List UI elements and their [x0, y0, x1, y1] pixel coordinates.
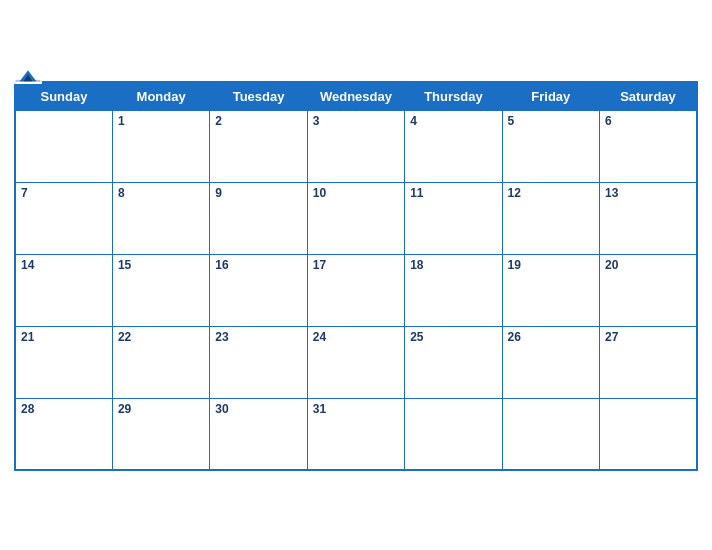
- calendar-day-cell: 6: [600, 110, 697, 182]
- day-number: 20: [605, 258, 618, 272]
- day-number: 14: [21, 258, 34, 272]
- calendar-day-cell: 30: [210, 398, 307, 470]
- day-number: 1: [118, 114, 125, 128]
- calendar-day-cell: 17: [307, 254, 404, 326]
- logo-icon: [14, 66, 42, 84]
- weekday-header: Friday: [502, 82, 599, 111]
- calendar-day-cell: 11: [405, 182, 502, 254]
- day-number: 5: [508, 114, 515, 128]
- day-number: 23: [215, 330, 228, 344]
- calendar-day-cell: 21: [15, 326, 112, 398]
- day-number: 6: [605, 114, 612, 128]
- calendar-day-cell: 20: [600, 254, 697, 326]
- day-number: 15: [118, 258, 131, 272]
- day-number: 7: [21, 186, 28, 200]
- day-number: 8: [118, 186, 125, 200]
- calendar-day-cell: [502, 398, 599, 470]
- day-number: 18: [410, 258, 423, 272]
- calendar-day-cell: 25: [405, 326, 502, 398]
- day-number: 30: [215, 402, 228, 416]
- day-number: 22: [118, 330, 131, 344]
- calendar-day-cell: 3: [307, 110, 404, 182]
- weekday-header: Thursday: [405, 82, 502, 111]
- calendar-day-cell: 19: [502, 254, 599, 326]
- calendar-day-cell: 24: [307, 326, 404, 398]
- calendar-day-cell: 8: [112, 182, 209, 254]
- calendar-body: 1234567891011121314151617181920212223242…: [15, 110, 697, 470]
- calendar-day-cell: 7: [15, 182, 112, 254]
- day-number: 27: [605, 330, 618, 344]
- day-number: 12: [508, 186, 521, 200]
- day-number: 21: [21, 330, 34, 344]
- calendar-day-cell: 18: [405, 254, 502, 326]
- calendar-week-row: 21222324252627: [15, 326, 697, 398]
- day-number: 4: [410, 114, 417, 128]
- day-number: 3: [313, 114, 320, 128]
- calendar-day-cell: 28: [15, 398, 112, 470]
- weekday-header: Tuesday: [210, 82, 307, 111]
- calendar-day-cell: 9: [210, 182, 307, 254]
- day-number: 28: [21, 402, 34, 416]
- calendar-day-cell: 4: [405, 110, 502, 182]
- calendar-week-row: 28293031: [15, 398, 697, 470]
- day-number: 29: [118, 402, 131, 416]
- day-number: 10: [313, 186, 326, 200]
- calendar-week-row: 14151617181920: [15, 254, 697, 326]
- day-number: 16: [215, 258, 228, 272]
- calendar-day-cell: 13: [600, 182, 697, 254]
- weekday-header: Saturday: [600, 82, 697, 111]
- weekday-header-row: SundayMondayTuesdayWednesdayThursdayFrid…: [15, 82, 697, 111]
- day-number: 17: [313, 258, 326, 272]
- calendar-day-cell: [600, 398, 697, 470]
- calendar-day-cell: 1: [112, 110, 209, 182]
- calendar-week-row: 123456: [15, 110, 697, 182]
- day-number: 19: [508, 258, 521, 272]
- calendar-day-cell: 14: [15, 254, 112, 326]
- calendar-day-cell: 2: [210, 110, 307, 182]
- logo-area: [14, 66, 42, 84]
- day-number: 24: [313, 330, 326, 344]
- day-number: 31: [313, 402, 326, 416]
- day-number: 25: [410, 330, 423, 344]
- calendar-day-cell: 31: [307, 398, 404, 470]
- weekday-header: Monday: [112, 82, 209, 111]
- calendar-day-cell: 5: [502, 110, 599, 182]
- weekday-header: Sunday: [15, 82, 112, 111]
- calendar-day-cell: 16: [210, 254, 307, 326]
- calendar-day-cell: 29: [112, 398, 209, 470]
- calendar-day-cell: 23: [210, 326, 307, 398]
- calendar-container: SundayMondayTuesdayWednesdayThursdayFrid…: [0, 65, 712, 486]
- calendar-day-cell: [405, 398, 502, 470]
- svg-rect-3: [16, 80, 41, 82]
- day-number: 2: [215, 114, 222, 128]
- day-number: 11: [410, 186, 423, 200]
- day-number: 13: [605, 186, 618, 200]
- calendar-day-cell: 27: [600, 326, 697, 398]
- day-number: 26: [508, 330, 521, 344]
- calendar-day-cell: 10: [307, 182, 404, 254]
- calendar-day-cell: [15, 110, 112, 182]
- weekday-header: Wednesday: [307, 82, 404, 111]
- calendar-day-cell: 26: [502, 326, 599, 398]
- calendar-day-cell: 15: [112, 254, 209, 326]
- calendar-day-cell: 12: [502, 182, 599, 254]
- calendar-table: SundayMondayTuesdayWednesdayThursdayFrid…: [14, 81, 698, 472]
- calendar-week-row: 78910111213: [15, 182, 697, 254]
- day-number: 9: [215, 186, 222, 200]
- calendar-day-cell: 22: [112, 326, 209, 398]
